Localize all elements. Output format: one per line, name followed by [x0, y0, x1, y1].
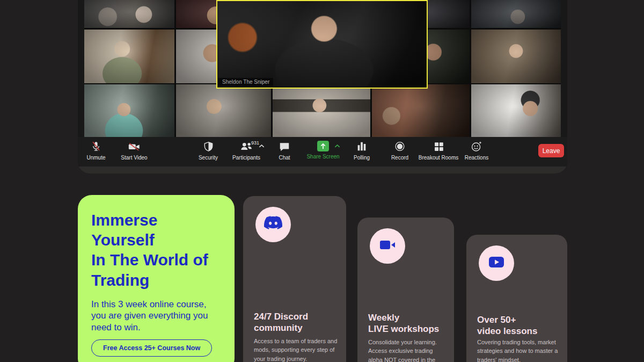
security-button[interactable]: Security — [189, 141, 228, 161]
hero-heading: Immerse Yourself In The World of Trading — [91, 210, 223, 290]
reactions-button[interactable]: Reactions — [457, 141, 496, 161]
toolbar-label: Participants — [232, 155, 260, 161]
feature-title: 24/7 Discord community — [254, 311, 308, 334]
participant-video[interactable] — [471, 0, 561, 28]
discord-icon — [264, 216, 283, 233]
video-camera-muted-icon — [128, 141, 141, 153]
participant-grid: Sheldon The Sniper — [84, 0, 561, 137]
feature-body: Access to a team of traders and mods, su… — [254, 337, 338, 362]
breakout-rooms-icon — [433, 141, 444, 153]
toolbar-label: Reactions — [465, 155, 488, 161]
toolbar-label: Share Screen — [306, 154, 339, 160]
feature-title: Over 50+ video lessons — [477, 314, 537, 337]
hero-cta-button[interactable]: Free Access 25+ Courses Now — [91, 339, 212, 357]
toolbar-label: Chat — [279, 155, 290, 161]
page: Sheldon The Sniper Unmute — [0, 0, 644, 362]
hero-body: In this 3 week online course, you are gi… — [91, 299, 219, 333]
microphone-muted-icon — [90, 141, 102, 153]
polling-icon — [356, 141, 368, 153]
toolbar-label: Security — [199, 155, 218, 161]
feature-title: Weekly LIVE workshops — [368, 312, 439, 335]
toolbar-label: Breakout Rooms — [419, 155, 458, 161]
feature-card-discord: 24/7 Discord community Access to a team … — [243, 196, 346, 362]
chat-icon — [279, 141, 290, 153]
feature-body: Consolidate your learning. Access exclus… — [368, 338, 445, 362]
breakout-rooms-button[interactable]: Breakout Rooms — [419, 141, 458, 161]
record-icon — [394, 141, 406, 153]
participant-video[interactable] — [372, 84, 470, 137]
meeting-toolbar: Unmute Start Video — [78, 137, 567, 166]
participant-video[interactable] — [471, 84, 561, 137]
icon-circle — [479, 245, 514, 281]
chat-button[interactable]: Chat — [265, 141, 304, 161]
record-button[interactable]: Record — [380, 141, 419, 161]
active-speaker-video[interactable]: Sheldon The Sniper — [216, 0, 428, 89]
feature-card-workshops: Weekly LIVE workshops Consolidate your l… — [357, 218, 454, 362]
toolbar-label: Unmute — [86, 155, 105, 161]
video-camera-icon — [379, 238, 396, 254]
chevron-up-icon[interactable] — [334, 144, 340, 148]
feature-card-lessons: Over 50+ video lessons Covering trading … — [466, 235, 567, 362]
feature-body: Covering trading tools, market strategie… — [477, 338, 559, 362]
participant-video[interactable] — [84, 84, 174, 137]
share-screen-button[interactable]: Share Screen — [304, 141, 342, 160]
zoom-meeting-window: Sheldon The Sniper Unmute — [78, 0, 567, 173]
participant-video[interactable] — [84, 0, 174, 28]
participant-video[interactable] — [471, 30, 561, 83]
icon-circle — [255, 207, 291, 242]
leave-button[interactable]: Leave — [538, 144, 564, 157]
toolbar-label: Polling — [354, 155, 370, 161]
start-video-button[interactable]: Start Video — [115, 141, 153, 161]
active-speaker-name: Sheldon The Sniper — [218, 78, 273, 86]
participant-video[interactable] — [84, 30, 174, 83]
hero-card: Immerse Yourself In The World of Trading… — [78, 195, 235, 362]
chevron-up-icon[interactable] — [259, 144, 265, 148]
zoom-meeting-content: Sheldon The Sniper Unmute — [78, 0, 567, 166]
share-screen-icon — [317, 141, 329, 151]
polling-button[interactable]: Polling — [342, 141, 381, 161]
participants-button[interactable]: 931 Participants — [227, 141, 266, 161]
toolbar-label: Start Video — [121, 155, 147, 161]
participant-video[interactable] — [273, 84, 370, 137]
participants-count: 931 — [251, 140, 259, 146]
icon-circle — [370, 228, 405, 264]
reactions-icon — [471, 141, 482, 153]
toolbar-label: Record — [391, 155, 408, 161]
participant-video[interactable] — [176, 84, 271, 137]
shield-icon — [203, 141, 214, 153]
unmute-button[interactable]: Unmute — [78, 141, 115, 161]
youtube-icon — [488, 256, 505, 271]
